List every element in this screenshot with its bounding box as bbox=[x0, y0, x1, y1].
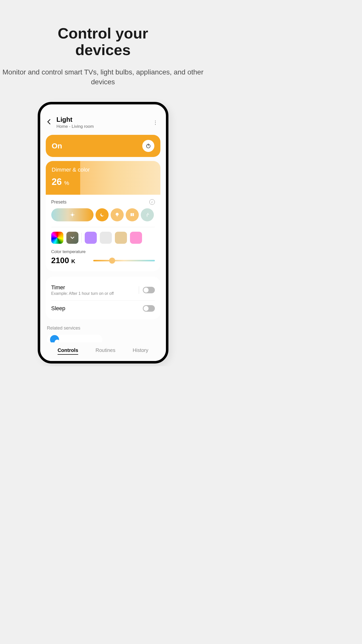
hero-title: Control your devices bbox=[0, 25, 206, 58]
timer-description: Example: After 1 hour turn on or off bbox=[51, 291, 135, 296]
color-temperature-number: 2100 bbox=[51, 256, 69, 265]
dimmer-label: Dimmer & color bbox=[52, 167, 154, 173]
tab-history[interactable]: History bbox=[133, 347, 148, 355]
hero-title-line2: devices bbox=[75, 42, 130, 58]
header-titles: Light Home - Living room bbox=[57, 116, 152, 129]
more-options-button[interactable]: ⋮ bbox=[152, 119, 159, 126]
preset-activity[interactable] bbox=[141, 208, 154, 221]
preset-outdoor[interactable] bbox=[111, 208, 124, 221]
device-title: Light bbox=[57, 116, 152, 124]
timer-title: Timer bbox=[51, 284, 135, 291]
svg-rect-8 bbox=[117, 215, 117, 217]
power-state-label: On bbox=[52, 142, 62, 150]
color-wheel-button[interactable] bbox=[51, 232, 63, 244]
sleep-info: Sleep bbox=[51, 305, 143, 312]
dimmer-unit: % bbox=[64, 180, 69, 186]
color-temperature-unit: K bbox=[71, 258, 75, 264]
dimmer-value: 26 % bbox=[52, 177, 154, 187]
preset-daylight[interactable] bbox=[51, 208, 94, 221]
hero-subtitle: Monitor and control smart TVs, light bul… bbox=[0, 67, 206, 87]
running-icon bbox=[145, 212, 150, 217]
app-header: Light Home - Living room ⋮ bbox=[46, 116, 160, 133]
chevron-down-icon bbox=[70, 236, 74, 239]
timer-toggle[interactable] bbox=[143, 287, 155, 293]
svg-point-7 bbox=[116, 213, 119, 216]
color-temperature-section: Color temperature 2100 K bbox=[51, 249, 155, 265]
related-services-label: Related services bbox=[47, 326, 159, 331]
color-swatch-grey[interactable] bbox=[100, 232, 112, 244]
timer-sleep-card: Timer Example: After 1 hour turn on or o… bbox=[46, 277, 160, 319]
tab-routines[interactable]: Routines bbox=[96, 347, 115, 355]
power-icon bbox=[146, 143, 151, 149]
presets-label: Presets bbox=[51, 199, 67, 205]
presets-row bbox=[51, 208, 155, 221]
sun-icon bbox=[70, 212, 75, 218]
dimmer-number: 26 bbox=[52, 177, 62, 187]
color-row bbox=[51, 232, 155, 244]
more-vertical-icon: ⋮ bbox=[153, 120, 158, 125]
color-temperature-slider[interactable] bbox=[93, 260, 155, 261]
color-temperature-label: Color temperature bbox=[51, 249, 155, 254]
timer-row[interactable]: Timer Example: After 1 hour turn on or o… bbox=[51, 282, 155, 298]
preset-night[interactable] bbox=[96, 208, 109, 221]
color-temperature-row: 2100 K bbox=[51, 256, 155, 265]
book-icon bbox=[130, 212, 135, 217]
phone-content: Light Home - Living room ⋮ On Dimmer & c… bbox=[40, 104, 166, 361]
sleep-toggle[interactable] bbox=[143, 305, 155, 312]
sleep-row[interactable]: Sleep bbox=[51, 300, 155, 314]
svg-point-9 bbox=[147, 213, 148, 214]
tab-controls[interactable]: Controls bbox=[58, 347, 78, 355]
presets-card: Presets i bbox=[46, 195, 160, 271]
related-services-section: Related services bbox=[46, 326, 160, 345]
hero-title-line1: Control your bbox=[58, 25, 148, 42]
svg-point-2 bbox=[71, 214, 73, 216]
sleep-title: Sleep bbox=[51, 305, 143, 312]
divider bbox=[51, 227, 155, 227]
color-swatch-tan[interactable] bbox=[115, 232, 127, 244]
color-swatch-pink[interactable] bbox=[130, 232, 142, 244]
bottom-tabs: Controls Routines History bbox=[40, 342, 166, 361]
color-swatch-purple[interactable] bbox=[85, 232, 97, 244]
info-icon: i bbox=[152, 200, 152, 204]
color-temperature-value: 2100 K bbox=[51, 256, 75, 265]
slider-thumb[interactable] bbox=[109, 258, 115, 264]
info-button[interactable]: i bbox=[149, 199, 155, 205]
power-button[interactable] bbox=[142, 140, 154, 152]
switch-separator bbox=[139, 286, 139, 294]
color-expand-button[interactable] bbox=[66, 232, 78, 244]
phone-frame: Light Home - Living room ⋮ On Dimmer & c… bbox=[38, 102, 168, 364]
device-location: Home - Living room bbox=[57, 124, 152, 129]
tree-icon bbox=[115, 212, 120, 217]
presets-header: Presets i bbox=[51, 199, 155, 205]
back-button[interactable] bbox=[47, 119, 55, 126]
preset-reading[interactable] bbox=[126, 208, 139, 221]
power-card[interactable]: On bbox=[46, 135, 160, 157]
dimmer-card[interactable]: Dimmer & color 26 % bbox=[46, 161, 160, 195]
color-separator bbox=[81, 233, 82, 243]
timer-info: Timer Example: After 1 hour turn on or o… bbox=[51, 284, 135, 296]
moon-icon bbox=[100, 212, 105, 217]
